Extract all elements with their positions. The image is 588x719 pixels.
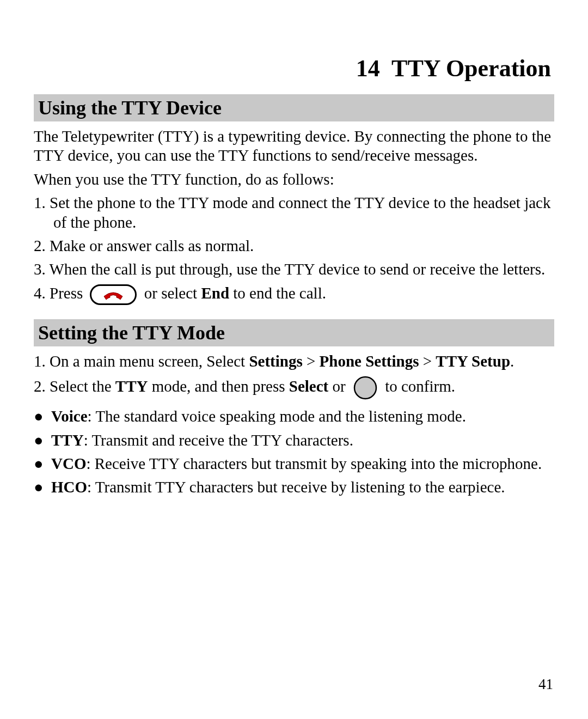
chapter-name: TTY Operation <box>391 55 551 82</box>
page-number: 41 <box>538 676 553 693</box>
option-voice: ●Voice: The standard voice speaking mode… <box>34 407 554 426</box>
svg-point-1 <box>354 377 376 399</box>
intro-paragraph: The Teletypewriter (TTY) is a typewritin… <box>34 127 554 166</box>
followup-paragraph: When you use the TTY function, do as fol… <box>34 170 554 189</box>
step-1: 1. Set the phone to the TTY mode and con… <box>34 193 554 232</box>
section-heading-setting-tty-mode: Setting the TTY Mode <box>34 319 554 346</box>
ok-key-icon <box>353 375 378 400</box>
option-vco: ●VCO: Receive TTY characters but transmi… <box>34 454 554 473</box>
section-heading-using-tty: Using the TTY Device <box>34 94 554 121</box>
using-tty-steps: 1. Set the phone to the TTY mode and con… <box>34 193 554 305</box>
setting-tty-steps: 1. On a main menu screen, Select Setting… <box>34 352 554 400</box>
step-2: 2. Make or answer calls as normal. <box>34 236 554 255</box>
end-call-key-icon <box>90 284 137 305</box>
chapter-number: 14 <box>356 55 380 82</box>
tty-mode-options: ●Voice: The standard voice speaking mode… <box>34 407 554 497</box>
setting-step-2: 2. Select the TTY mode, and then press S… <box>34 375 554 400</box>
setting-step-1: 1. On a main menu screen, Select Setting… <box>34 352 554 371</box>
option-hco: ●HCO: Transmit TTY characters but receiv… <box>34 478 554 497</box>
step-4: 4. Press or select End to end the call. <box>34 284 554 305</box>
step-3: 3. When the call is put through, use the… <box>34 260 554 279</box>
option-tty: ●TTY: Transmit and receive the TTY chara… <box>34 431 554 450</box>
chapter-title: 14 TTY Operation <box>34 54 554 82</box>
